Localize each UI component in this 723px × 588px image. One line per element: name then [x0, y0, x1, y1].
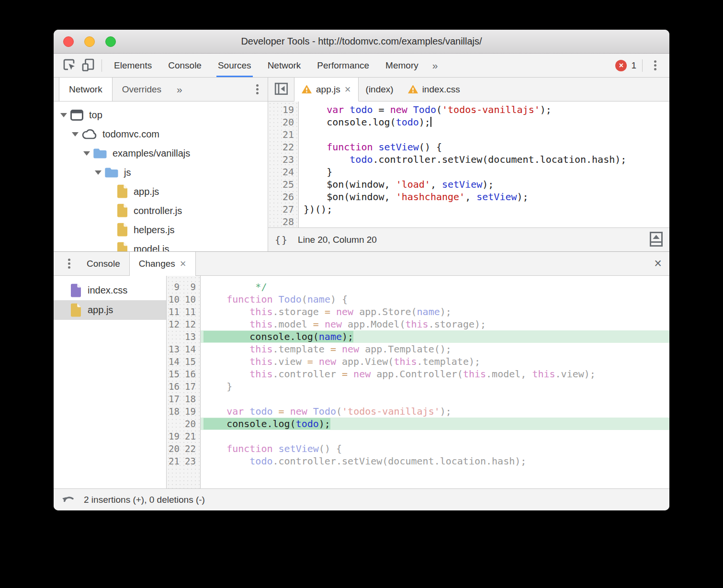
- device-toolbar-button[interactable]: [79, 56, 98, 76]
- editor-tab-index-css[interactable]: index.css: [401, 78, 467, 101]
- minimize-button[interactable]: [84, 36, 95, 47]
- close-tab-icon[interactable]: ×: [345, 84, 351, 95]
- editor-tab-label: (index): [366, 84, 394, 95]
- tree-item-label: todomvc.com: [102, 129, 159, 140]
- pretty-print-button[interactable]: {}: [275, 234, 288, 246]
- expand-drawer-button[interactable]: [650, 232, 663, 248]
- code-line[interactable]: todo.controller.setView(document.locatio…: [304, 153, 669, 166]
- file-css-icon: [70, 283, 81, 298]
- warning-icon: [302, 85, 312, 94]
- sources-panel: NetworkOverrides » toptodomvc.comexample…: [54, 78, 669, 251]
- navigator-menu-button[interactable]: [249, 79, 266, 100]
- error-indicator[interactable]: × 1: [615, 60, 636, 71]
- code-line[interactable]: [304, 128, 669, 141]
- maximize-button[interactable]: [105, 36, 116, 47]
- tab-elements[interactable]: Elements: [106, 54, 160, 77]
- tree-item-model-js[interactable]: model.js: [54, 239, 268, 251]
- diff-line-numbers: 1212: [167, 318, 200, 330]
- diff-unchanged-line[interactable]: this.template = new app.Template();: [201, 343, 669, 355]
- close-drawer-button[interactable]: ×: [654, 257, 662, 270]
- tab-memory[interactable]: Memory: [377, 54, 427, 77]
- tree-item-label: controller.js: [134, 205, 182, 216]
- line-number[interactable]: 20: [268, 116, 294, 128]
- code-line[interactable]: }: [304, 166, 669, 178]
- collapse-navigator-button[interactable]: [268, 78, 294, 101]
- expand-arrow-icon: [93, 170, 103, 175]
- line-number-gutter[interactable]: 19202122232425262728: [268, 102, 299, 227]
- drawer-tab-console[interactable]: Console: [78, 252, 129, 275]
- line-number[interactable]: 25: [268, 178, 294, 191]
- file-js-icon: [70, 303, 81, 317]
- navigator-tab-overrides[interactable]: Overrides: [113, 78, 171, 101]
- drawer-tab-changes[interactable]: Changes×: [129, 252, 196, 276]
- tree-item-label: app.js: [134, 186, 159, 197]
- diff-unchanged-line[interactable]: function setView() {: [201, 442, 669, 455]
- eject-icon: [650, 232, 663, 248]
- diff-unchanged-line[interactable]: }: [201, 380, 669, 393]
- tree-item-app-js[interactable]: app.js: [54, 182, 268, 201]
- navigator-tab-network[interactable]: Network: [59, 78, 113, 101]
- line-number[interactable]: 23: [268, 153, 294, 166]
- tree-item-top[interactable]: top: [54, 105, 268, 124]
- diff-unchanged-line[interactable]: var todo = new Todo('todos-vanillajs');: [201, 405, 669, 418]
- code-line[interactable]: console.log(todo);: [304, 116, 669, 128]
- editor-tab-label: app.js: [316, 84, 340, 95]
- tab-network[interactable]: Network: [260, 54, 309, 77]
- title-bar: Developer Tools - http://todomvc.com/exa…: [54, 30, 669, 54]
- diff-unchanged-line[interactable]: */: [201, 281, 669, 293]
- changed-file-app-js[interactable]: app.js: [54, 300, 166, 320]
- diff-unchanged-line[interactable]: this.controller = new app.Controller(thi…: [201, 368, 669, 380]
- more-navigator-tabs-icon[interactable]: »: [171, 78, 188, 101]
- diff-unchanged-line[interactable]: todo.controller.setView(document.locatio…: [201, 455, 669, 467]
- more-panels-icon[interactable]: »: [427, 60, 444, 71]
- diff-unchanged-line[interactable]: this.view = new app.View(this.template);: [201, 355, 669, 368]
- drawer-menu-button[interactable]: [60, 254, 78, 274]
- line-number[interactable]: 21: [268, 128, 294, 141]
- file-js-icon: [116, 242, 128, 251]
- source-editor[interactable]: 19202122232425262728 var todo = new Todo…: [268, 102, 669, 227]
- diff-content[interactable]: */ function Todo(name) { this.storage = …: [201, 276, 669, 488]
- diff-view[interactable]: 9910101111121213131414151516161717181819…: [167, 276, 669, 488]
- changed-file-index-css[interactable]: index.css: [54, 281, 166, 300]
- code-line[interactable]: $on(window, 'hashchange', setView);: [304, 191, 669, 203]
- expand-arrow-icon: [70, 132, 80, 136]
- warning-icon: [408, 85, 418, 94]
- code-line[interactable]: $on(window, 'load', setView);: [304, 178, 669, 191]
- diff-unchanged-line[interactable]: this.storage = new app.Store(name);: [201, 305, 669, 318]
- code-content[interactable]: var todo = new Todo('todos-vanillajs'); …: [299, 102, 669, 227]
- revert-changes-button[interactable]: [61, 493, 76, 507]
- line-number[interactable]: 22: [268, 141, 294, 153]
- customize-menu-button[interactable]: [646, 56, 664, 76]
- code-line[interactable]: var todo = new Todo('todos-vanillajs');: [304, 103, 669, 116]
- diff-unchanged-line[interactable]: [201, 393, 669, 405]
- line-number[interactable]: 28: [268, 215, 294, 228]
- tab-performance[interactable]: Performance: [309, 54, 377, 77]
- tree-item-todomvc-com[interactable]: todomvc.com: [54, 124, 268, 144]
- diff-added-line[interactable]: console.log(name);: [201, 330, 669, 343]
- diff-unchanged-line[interactable]: this.model = new app.Model(this.storage)…: [201, 318, 669, 330]
- tree-item-helpers-js[interactable]: helpers.js: [54, 220, 268, 239]
- line-number[interactable]: 24: [268, 166, 294, 178]
- code-line[interactable]: [304, 215, 669, 227]
- line-number[interactable]: 26: [268, 191, 294, 203]
- inspect-element-button[interactable]: [59, 56, 79, 76]
- diff-unchanged-line[interactable]: function Todo(name) {: [201, 293, 669, 305]
- diff-unchanged-line[interactable]: [201, 430, 669, 442]
- tree-item-label: top: [89, 110, 102, 121]
- close-button[interactable]: [63, 36, 74, 47]
- tree-item-examples-vanillajs[interactable]: examples/vanillajs: [54, 144, 268, 163]
- editor-tab--index-[interactable]: (index): [359, 78, 401, 101]
- tree-item-js[interactable]: js: [54, 163, 268, 182]
- editor-tab-app-js[interactable]: app.js×: [294, 78, 359, 102]
- close-tab-icon[interactable]: ×: [180, 259, 186, 269]
- changes-panel: index.cssapp.js 991010111112121313141415…: [54, 276, 669, 488]
- tree-item-controller-js[interactable]: controller.js: [54, 201, 268, 220]
- tab-sources[interactable]: Sources: [210, 54, 260, 77]
- line-number[interactable]: 27: [268, 203, 294, 215]
- line-number[interactable]: 19: [268, 103, 294, 116]
- devtools-window: Developer Tools - http://todomvc.com/exa…: [54, 30, 669, 510]
- code-line[interactable]: })();: [304, 203, 669, 215]
- diff-added-line[interactable]: console.log(todo);: [201, 418, 669, 430]
- code-line[interactable]: function setView() {: [304, 141, 669, 153]
- tab-console[interactable]: Console: [160, 54, 210, 77]
